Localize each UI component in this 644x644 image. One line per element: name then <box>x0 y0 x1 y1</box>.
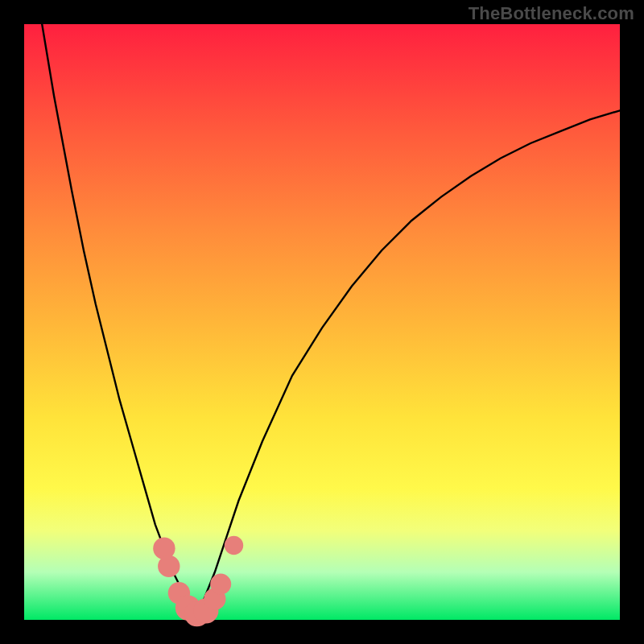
data-marker <box>158 555 180 577</box>
left-curve <box>42 24 196 614</box>
chart-plot-area <box>24 24 620 620</box>
data-marker <box>225 536 243 555</box>
chart-svg <box>24 24 620 620</box>
marker-group <box>153 536 243 627</box>
chart-frame: TheBottleneck.com <box>0 0 644 644</box>
data-marker <box>210 574 231 595</box>
watermark-text: TheBottleneck.com <box>469 3 634 24</box>
right-curve <box>197 110 620 613</box>
